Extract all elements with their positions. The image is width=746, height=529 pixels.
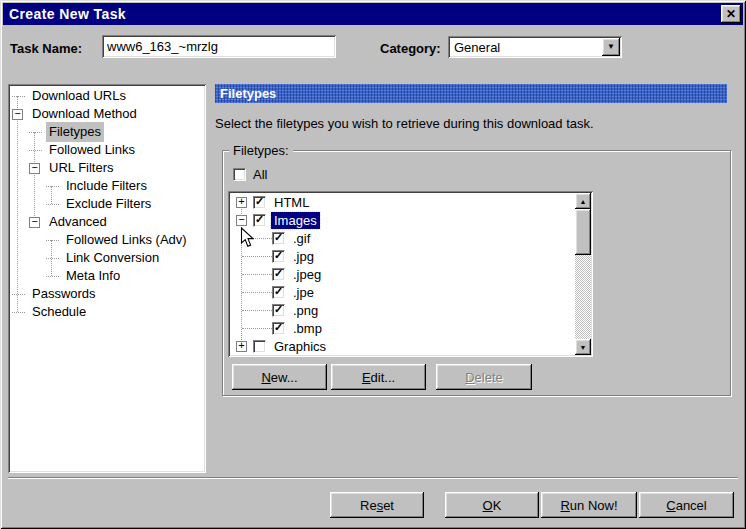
filetype-checkbox[interactable] (253, 340, 266, 353)
new-button[interactable]: New... (232, 364, 327, 390)
expander-plus-icon[interactable]: + (236, 197, 247, 208)
tree-item-label[interactable]: Passwords (29, 284, 99, 304)
filetype-checkbox[interactable]: ✓ (272, 322, 285, 335)
filetype-label[interactable]: Images (271, 212, 320, 229)
filetype-label[interactable]: .jpg (290, 248, 317, 265)
category-dropdown-button[interactable]: ▼ (602, 38, 620, 56)
tree-item-download-method[interactable]: −Download Method (8, 105, 206, 123)
reset-button[interactable]: Reset (330, 492, 424, 518)
all-checkbox-row[interactable]: All (233, 167, 267, 182)
run-now-button[interactable]: Run Now! (541, 492, 637, 518)
tree-item-label[interactable]: Download URLs (29, 86, 129, 106)
tree-connector-stub (242, 310, 272, 311)
vertical-scrollbar[interactable]: ▲ ▼ (575, 193, 591, 355)
tree-item-schedule[interactable]: Schedule (8, 303, 206, 321)
expander-minus-icon[interactable]: − (29, 159, 46, 177)
tree-connector-stub (242, 274, 272, 275)
filetype-row-html[interactable]: +✓HTML (230, 193, 575, 211)
tree-item-filetypes[interactable]: Filetypes (8, 123, 206, 141)
filetype-checkbox[interactable]: ✓ (272, 232, 285, 245)
title-bar: Create New Task ✕ (3, 3, 743, 25)
button-mnemonic: E (362, 370, 371, 385)
tree-item-exclude-filters[interactable]: Exclude Filters (8, 195, 206, 213)
tree-item-label[interactable]: Link Conversion (63, 248, 162, 268)
edit-button[interactable]: Edit... (331, 364, 426, 390)
tree-item-label[interactable]: Include Filters (63, 176, 150, 196)
all-checkbox-label[interactable]: All (253, 167, 267, 182)
filetype-label[interactable]: .bmp (290, 320, 325, 337)
filetype-label[interactable]: HTML (271, 194, 312, 211)
filetype-label[interactable]: .gif (290, 230, 313, 247)
filetype-label[interactable]: .png (290, 302, 321, 319)
tree-item-followed-links-adv[interactable]: Followed Links (Adv) (8, 231, 206, 249)
tree-item-download-urls[interactable]: Download URLs (8, 87, 206, 105)
dialog-create-new-task: Create New Task ✕ Task Name: Category: G… (0, 0, 746, 529)
filetype-label[interactable]: .jpe (290, 284, 317, 301)
tree-connector (12, 303, 29, 321)
tree-item-include-filters[interactable]: Include Filters (8, 177, 206, 195)
tree-item-label[interactable]: Schedule (29, 302, 89, 322)
button-text: elete (475, 370, 503, 385)
tree-connector-stub (46, 276, 59, 277)
button-text: Re (360, 498, 377, 513)
check-icon: ✓ (255, 196, 264, 207)
filetype-checkbox[interactable]: ✓ (253, 214, 266, 227)
expander-minus-icon[interactable]: − (29, 163, 40, 174)
button-mnemonic: D (465, 370, 474, 385)
tree-item-label[interactable]: URL Filters (46, 158, 117, 178)
scroll-up-button[interactable]: ▲ (575, 193, 591, 209)
filetype-row-png[interactable]: ✓.png (230, 301, 575, 319)
tree-item-followed-links[interactable]: Followed Links (8, 141, 206, 159)
filetype-label[interactable]: .jpeg (290, 266, 324, 283)
filetype-label[interactable]: Graphics (271, 338, 329, 355)
tree-item-meta-info[interactable]: Meta Info (8, 267, 206, 285)
tree-connector-stub (242, 256, 272, 257)
scrollbar-thumb[interactable] (575, 209, 591, 255)
separator (8, 477, 738, 479)
tree-item-passwords[interactable]: Passwords (8, 285, 206, 303)
filetype-row-jpeg[interactable]: ✓.jpeg (230, 265, 575, 283)
cancel-button[interactable]: Cancel (639, 492, 734, 518)
expander-minus-icon[interactable]: − (12, 109, 23, 120)
close-button[interactable]: ✕ (721, 5, 741, 23)
all-checkbox[interactable] (233, 168, 246, 181)
panel-header: Filetypes (215, 84, 727, 103)
expander-minus-icon[interactable]: − (29, 217, 40, 228)
tree-item-label[interactable]: Download Method (29, 104, 140, 124)
filetype-row-jpe[interactable]: ✓.jpe (230, 283, 575, 301)
button-mnemonic: C (666, 498, 675, 513)
filetype-checkbox[interactable]: ✓ (272, 250, 285, 263)
panel-header-label: Filetypes (220, 86, 276, 101)
tree-item-label[interactable]: Advanced (46, 212, 110, 232)
filetype-checkbox[interactable]: ✓ (272, 286, 285, 299)
tree-item-label[interactable]: Followed Links (46, 140, 138, 160)
expander-plus-icon[interactable]: + (236, 341, 247, 352)
tree-item-advanced[interactable]: −Advanced (8, 213, 206, 231)
tree-connector-stub (12, 294, 25, 295)
filetypes-list: +✓HTML−✓Images✓.gif✓.jpg✓.jpeg✓.jpe✓.png… (228, 191, 593, 357)
expander-minus-icon[interactable]: − (29, 213, 46, 231)
filetype-row-graphics[interactable]: +Graphics (230, 337, 575, 355)
tree-item-link-conversion[interactable]: Link Conversion (8, 249, 206, 267)
filetype-row-images[interactable]: −✓Images (230, 211, 575, 229)
tree-item-label[interactable]: Exclude Filters (63, 194, 154, 214)
filetype-row-jpg[interactable]: ✓.jpg (230, 247, 575, 265)
filetype-checkbox[interactable]: ✓ (272, 304, 285, 317)
tree-item-url-filters[interactable]: −URL Filters (8, 159, 206, 177)
tree-item-label[interactable]: Filetypes (46, 122, 104, 142)
window-title: Create New Task (3, 6, 126, 22)
filetype-row-gif[interactable]: ✓.gif (230, 229, 575, 247)
tree-item-label[interactable]: Meta Info (63, 266, 123, 286)
tree-item-label[interactable]: Followed Links (Adv) (63, 230, 190, 250)
task-name-input[interactable] (102, 35, 336, 58)
filetype-row-bmp[interactable]: ✓.bmp (230, 319, 575, 337)
ok-button[interactable]: OK (445, 492, 539, 518)
filetype-checkbox[interactable]: ✓ (272, 268, 285, 281)
category-select[interactable]: General ▼ (448, 36, 622, 58)
scroll-down-button[interactable]: ▼ (575, 339, 591, 355)
filetype-checkbox[interactable]: ✓ (253, 196, 266, 209)
expander-minus-icon[interactable]: − (12, 105, 29, 123)
tree-connector-stub (46, 240, 59, 241)
expander-minus-icon[interactable]: − (236, 215, 247, 226)
delete-button[interactable]: Delete (436, 364, 532, 390)
